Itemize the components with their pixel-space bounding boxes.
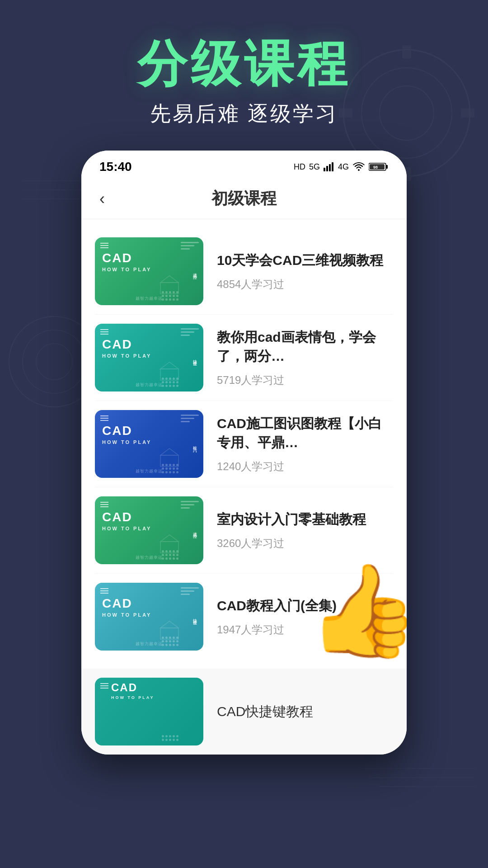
page-wrapper: 分级课程 先易后难 逐级学习 15:40 HD 5G 4G <box>0 0 488 755</box>
navigation-bar: ‹ 初级课程 <box>81 179 407 219</box>
course-info: CAD施工图识图教程【小白专用、平鼎… 1240人学习过 <box>217 414 393 474</box>
cad-label: CAD <box>102 510 203 524</box>
svg-marker-26 <box>160 276 178 283</box>
battery-icon: 98 <box>369 162 389 172</box>
cad-watermark: 越智力越幸运 <box>136 296 163 302</box>
svg-rect-29 <box>160 455 178 467</box>
signal-icon <box>324 162 334 171</box>
course-item[interactable]: CAD HOW TO PLAY 逐成 渐控 越智力越幸运 10天 <box>95 228 393 315</box>
course-learners: 1240人学习过 <box>217 459 393 474</box>
cad-watermark: 越智力越幸运 <box>136 641 163 647</box>
course-thumb-1: CAD HOW TO PLAY 逐成 渐控 越智力越幸运 <box>95 237 203 305</box>
cad-badge: 快捷 键盘 <box>192 615 198 618</box>
status-time: 15:40 <box>99 160 132 174</box>
svg-rect-31 <box>160 542 178 553</box>
svg-rect-27 <box>160 369 178 380</box>
cad-sublabel: HOW TO PLAY <box>102 267 203 272</box>
course-thumb-4: CAD HOW TO PLAY 逐成 渐控 越智力越幸运 <box>95 496 203 564</box>
svg-rect-25 <box>160 283 178 294</box>
subtitle: 先易后难 逐级学习 <box>137 100 351 128</box>
phone-mockup: 15:40 HD 5G 4G <box>81 151 407 755</box>
svg-text:98: 98 <box>373 165 378 170</box>
main-title: 分级课程 <box>137 36 351 91</box>
course-thumb-5: CAD HOW TO PLAY 快捷 键盘 越智力越幸运 <box>95 583 203 651</box>
4g-indicator: 4G <box>338 162 349 172</box>
course-title: 10天学会CAD三维视频教程 <box>217 251 393 270</box>
cad-sublabel: HOW TO PLAY <box>102 612 203 618</box>
svg-marker-28 <box>160 362 178 369</box>
svg-rect-22 <box>386 165 388 169</box>
bottom-course-title: CAD快捷键教程 <box>217 703 313 721</box>
svg-rect-16 <box>324 168 325 171</box>
hd-indicator: HD <box>294 162 305 172</box>
course-info: 室内设计入门零基础教程 3260人学习过 <box>217 510 393 551</box>
svg-rect-33 <box>160 628 178 639</box>
wifi-icon <box>352 162 365 171</box>
course-learners: 4854人学习过 <box>217 277 393 292</box>
course-item[interactable]: CAD HOW TO PLAY 快捷 键盘 越智力越幸运 教你用 <box>95 315 393 401</box>
cad-label: CAD <box>102 337 203 352</box>
svg-marker-32 <box>160 535 178 542</box>
course-item[interactable]: CAD HOW TO PLAY 软件 入门 越智力越幸运 CAD <box>95 401 393 487</box>
course-title: 教你用cad画表情包，学会了，两分… <box>217 328 393 366</box>
thumb-decoration: 👍 <box>307 558 407 664</box>
course-title: CAD施工图识图教程【小白专用、平鼎… <box>217 414 393 452</box>
svg-rect-18 <box>329 164 331 171</box>
cad-sublabel: HOW TO PLAY <box>102 439 203 445</box>
bottom-partial-item[interactable]: CAD HOW TO PLAY CAD快捷键教程 <box>81 669 407 755</box>
svg-marker-30 <box>160 448 178 455</box>
course-learners: 5719人学习过 <box>217 373 393 387</box>
cad-badge: 软件 入门 <box>192 443 198 445</box>
cad-watermark: 越智力越幸运 <box>136 468 163 474</box>
course-thumb-3: CAD HOW TO PLAY 软件 入门 越智力越幸运 <box>95 410 203 478</box>
cad-sublabel: HOW TO PLAY <box>102 353 203 359</box>
status-icons: HD 5G 4G <box>294 162 389 172</box>
svg-rect-17 <box>326 166 328 171</box>
header-section: 分级课程 先易后难 逐级学习 <box>137 36 351 128</box>
course-thumb-2: CAD HOW TO PLAY 快捷 键盘 越智力越幸运 <box>95 324 203 392</box>
cad-badge: 快捷 键盘 <box>192 356 198 359</box>
course-thumb-6: CAD HOW TO PLAY <box>95 678 203 745</box>
svg-marker-34 <box>160 621 178 628</box>
5g-indicator: 5G <box>309 162 320 172</box>
cad-badge: 逐成 渐控 <box>192 529 198 532</box>
svg-rect-19 <box>332 162 333 171</box>
course-learners: 3260人学习过 <box>217 536 393 551</box>
status-bar: 15:40 HD 5G 4G <box>81 151 407 179</box>
back-button[interactable]: ‹ <box>99 189 105 208</box>
cad-label: CAD <box>102 251 203 265</box>
cad-label: CAD <box>102 596 203 611</box>
course-info: 教你用cad画表情包，学会了，两分… 5719人学习过 <box>217 328 393 387</box>
cad-label: CAD <box>102 424 203 438</box>
cad-watermark: 越智力越幸运 <box>136 555 163 561</box>
thumbs-up-icon: 👍 <box>307 560 407 660</box>
course-title: 室内设计入门零基础教程 <box>217 510 393 529</box>
page-title: 初级课程 <box>211 188 277 210</box>
cad-watermark: 越智力越幸运 <box>136 382 163 388</box>
cad-badge: 逐成 渐控 <box>192 270 198 273</box>
svg-point-20 <box>358 169 360 171</box>
cad-sublabel: HOW TO PLAY <box>102 526 203 531</box>
course-info: 10天学会CAD三维视频教程 4854人学习过 <box>217 251 393 292</box>
